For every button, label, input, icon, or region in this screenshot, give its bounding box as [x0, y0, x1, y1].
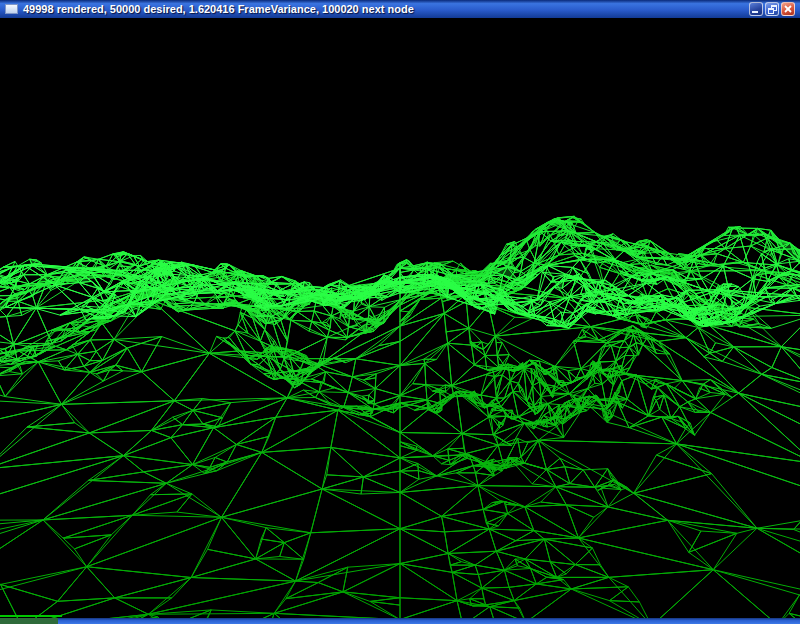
close-icon: [784, 5, 792, 13]
window-border-bottom[interactable]: [0, 618, 800, 624]
application-window-icon: [5, 4, 18, 14]
app-window: 49998 rendered, 50000 desired, 1.620416 …: [0, 0, 800, 624]
restore-button[interactable]: [765, 2, 779, 16]
window-title: 49998 rendered, 50000 desired, 1.620416 …: [23, 0, 414, 18]
restore-icon: [768, 5, 777, 14]
close-button[interactable]: [781, 2, 795, 16]
terrain-viewport[interactable]: [0, 18, 800, 618]
window-controls: [749, 2, 795, 16]
window-border-bottom-left-segment: [0, 618, 58, 624]
titlebar[interactable]: 49998 rendered, 50000 desired, 1.620416 …: [0, 0, 800, 18]
terrain-edge-line: [0, 615, 62, 617]
minimize-icon: [752, 11, 758, 13]
minimize-button[interactable]: [749, 2, 763, 16]
